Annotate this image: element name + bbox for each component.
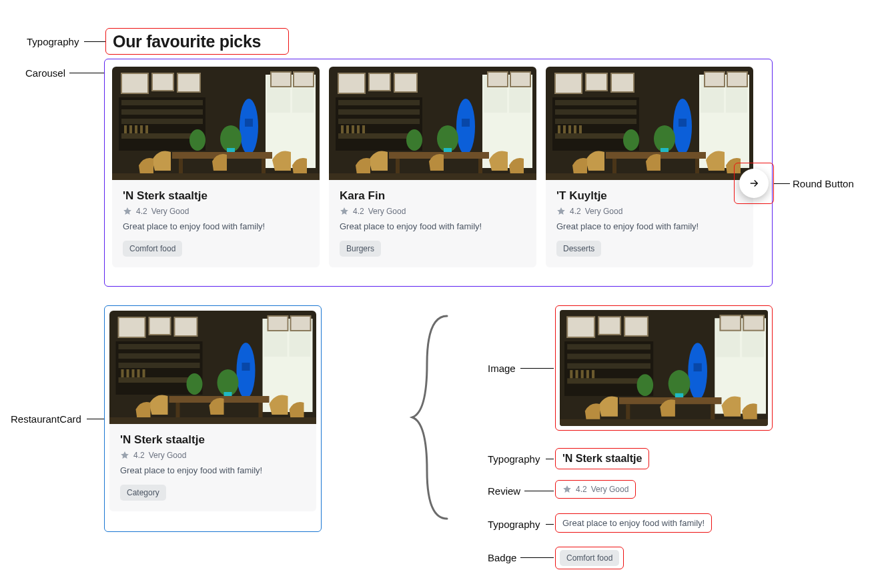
review-outline: 4.2 Very Good [555,480,636,499]
rating-label: Very Good [585,207,623,216]
restaurant-card[interactable]: 'T Kuyltje 4.2 Very Good Great place to … [546,67,753,267]
annotation-connector [84,41,105,42]
annotation-carousel: Carousel [25,67,65,79]
rating-score: 4.2 [570,207,581,216]
category-badge: Category [120,485,166,501]
annotation-round-button: Round Button [793,178,854,189]
annotation-connector [520,557,554,558]
category-badge: Comfort food [123,241,182,257]
annotation-typography-title: Typography [488,453,540,465]
annotation-connector [546,524,554,525]
category-badge: Comfort food [560,550,619,566]
restaurant-description: Great place to enjoy food with family! [120,465,306,475]
category-badge: Desserts [556,241,601,257]
annotation-typography-heading: Typography [27,36,79,47]
description-outline: Great place to enjoy food with family! [555,513,712,533]
title-outline: 'N Sterk staaltje [555,448,649,469]
annotation-connector [69,73,104,73]
category-badge: Burgers [340,241,381,257]
annotation-badge: Badge [488,552,516,563]
annotation-connector [546,459,554,459]
restaurant-image [112,67,320,180]
restaurant-image [329,67,536,180]
restaurant-card[interactable]: 'N Sterk staaltje 4.2 Very Good Great pl… [109,311,316,511]
star-icon [340,207,349,216]
annotation-review: Review [488,485,520,497]
rating-label: Very Good [591,485,629,494]
heading-outline: Our favourite picks [105,28,289,55]
restaurant-title: Kara Fin [340,189,526,203]
restaurant-review: 4.2 Very Good [123,207,309,216]
badge-outline: Comfort food [555,547,624,569]
round-button-outline [734,163,774,204]
restaurant-image [546,67,753,180]
brace-decoration [407,311,460,524]
restaurant-card[interactable]: Kara Fin 4.2 Very Good Great place to en… [329,67,536,267]
restaurant-image [560,310,768,426]
annotation-connector [520,368,554,369]
rating-score: 4.2 [353,207,364,216]
restaurant-title: 'T Kuyltje [556,189,743,203]
restaurant-description: Great place to enjoy food with family! [556,221,743,231]
restaurant-card[interactable]: 'N Sterk staaltje 4.2 Very Good Great pl… [112,67,320,267]
restaurant-review: 4.2 Very Good [120,451,306,460]
restaurant-title: 'N Sterk staaltje [120,433,306,447]
restaurant-description: Great place to enjoy food with family! [340,221,526,231]
annotation-connector [87,419,104,419]
image-outline [555,305,773,431]
rating-score: 4.2 [136,207,147,216]
star-icon [556,207,566,216]
restaurant-image [109,311,316,424]
restaurant-title: 'N Sterk staaltje [562,453,642,465]
star-icon [562,485,572,494]
page-title: Our favourite picks [113,32,261,51]
rating-label: Very Good [368,207,406,216]
restaurant-description: Great place to enjoy food with family! [123,221,309,231]
rating-score: 4.2 [576,485,587,494]
restaurant-review: 4.2 Very Good [556,207,743,216]
rating-label: Very Good [149,451,187,460]
carousel[interactable]: 'N Sterk staaltje 4.2 Very Good Great pl… [107,61,770,273]
annotation-restaurant-card: RestaurantCard [11,413,81,425]
annotation-image: Image [488,363,516,374]
restaurant-description: Great place to enjoy food with family! [562,518,705,528]
restaurant-title: 'N Sterk staaltje [123,189,309,203]
restaurant-review: 4.2 Very Good [340,207,526,216]
annotation-connector [774,183,790,184]
rating-score: 4.2 [133,451,145,460]
restaurant-review: 4.2 Very Good [562,485,628,494]
star-icon [123,207,132,216]
star-icon [120,451,129,460]
annotation-connector [524,491,554,491]
rating-label: Very Good [151,207,189,216]
annotation-typography-desc: Typography [488,519,540,530]
